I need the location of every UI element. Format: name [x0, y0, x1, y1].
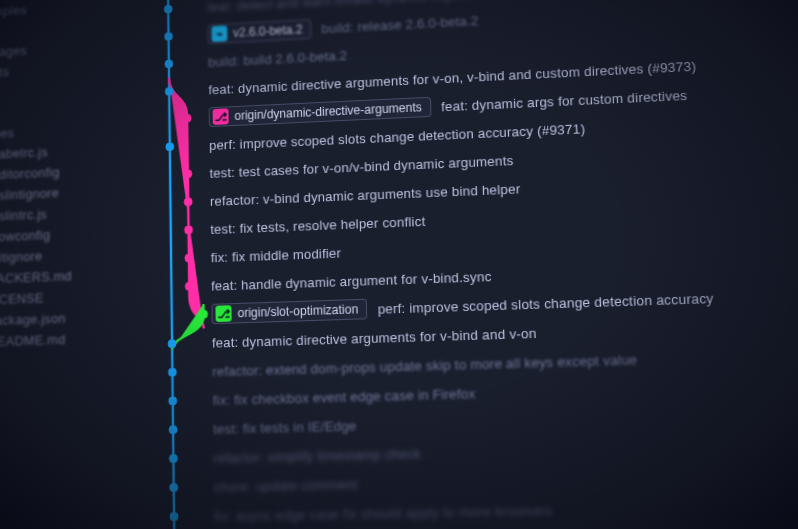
tree-file[interactable]: README.md — [0, 327, 113, 353]
tree-folder-label: packages — [0, 43, 27, 60]
branch-badge[interactable]: ⎇origin/slot-optimization — [211, 299, 367, 324]
tag-icon: ⌁ — [211, 25, 227, 42]
tree-file-label: .gitignore — [0, 248, 42, 265]
badge-label: origin/slot-optimization — [237, 302, 358, 320]
tree-file-label: .flowconfig — [0, 227, 50, 244]
tree-folder-label: types — [0, 125, 14, 141]
commit-message: feat: dynamic directive arguments for v-… — [212, 325, 537, 350]
commit-message: refactor: simplify timestamp check — [213, 445, 421, 465]
git-graph-pane: build: build 2.6.0-beta.3build: fix feat… — [109, 0, 798, 529]
commit-message: perf: improve scoped slots change detect… — [377, 290, 713, 316]
branch-icon: ⎇ — [213, 108, 229, 125]
commit-message: build: release 2.6.0-beta.2 — [321, 13, 478, 36]
branch-icon: ⎇ — [215, 305, 231, 322]
commit-message: fix: fix checkbox event edge case in Fir… — [213, 385, 476, 407]
commit-message: refactor: extend dom-props update skip t… — [212, 351, 637, 378]
tree-file-label: BACKERS.md — [0, 268, 72, 286]
tree-folder-label: examples — [0, 2, 27, 19]
tree-file-label: .eslintignore — [0, 185, 59, 203]
badge-label: origin/dynamic-directive-arguments — [234, 100, 422, 123]
tree-file-label: LICENSE — [0, 290, 44, 307]
commit-message: feat: handle dynamic argument for v-bind… — [211, 268, 492, 293]
badge-label: v2.6.0-beta.2 — [233, 22, 303, 39]
tree-file-label: .babelrc.js — [0, 144, 48, 161]
commit-message: fix: async edge case fix should apply to… — [214, 502, 552, 524]
commit-list: build: build 2.6.0-beta.3build: fix feat… — [110, 0, 798, 529]
tree-file-label: .editorconfig — [0, 165, 60, 183]
commit-message: build: build 2.6.0-beta.2 — [208, 47, 347, 69]
tag-badge[interactable]: ⌁v2.6.0-beta.2 — [207, 19, 311, 44]
commit-message: fix: fix middle modifier — [211, 245, 342, 265]
file-explorer: benchmarksdistexamplesflowpackagesscript… — [0, 0, 115, 529]
commit-message: test: fix tests, resolve helper conflict — [210, 213, 425, 236]
tree-folder-label: scripts — [0, 64, 9, 80]
commit-message: test: fix tests in IE/Edge — [213, 418, 357, 437]
tree-file-label: README.md — [0, 332, 66, 349]
commit-message: chore: update comment — [214, 476, 358, 494]
tree-file-label: package.json — [0, 311, 66, 329]
tree-file-label: .eslintrc.js — [0, 207, 47, 224]
